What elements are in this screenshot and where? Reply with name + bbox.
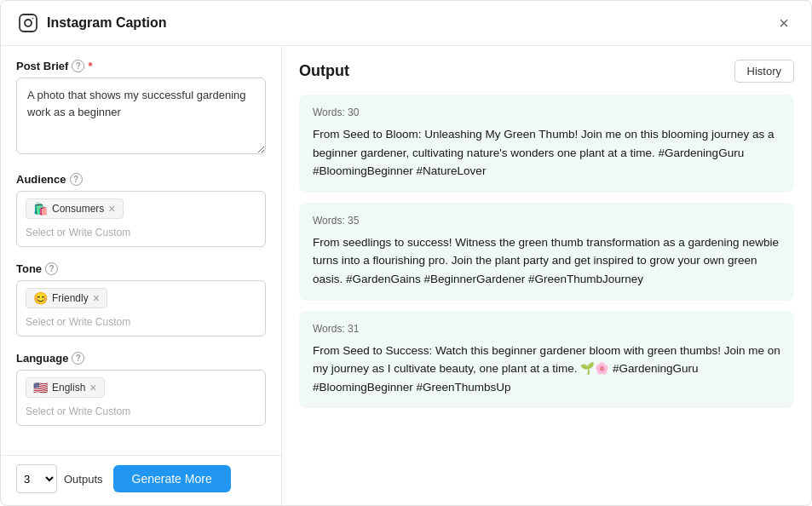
outputs-count-select[interactable]: 1 2 3 4 5 xyxy=(16,464,57,493)
audience-input-box[interactable]: 🛍️ Consumers × Select or Write Custom xyxy=(16,191,266,247)
consumers-tag: 🛍️ Consumers × xyxy=(26,198,124,219)
audience-help-icon[interactable]: ? xyxy=(70,173,83,186)
audience-label: Audience ? xyxy=(16,173,266,186)
consumers-tag-emoji: 🛍️ xyxy=(33,202,48,216)
friendly-tag-emoji: 😊 xyxy=(33,291,48,305)
language-tag-row: 🇺🇸 English × xyxy=(26,377,256,398)
tone-placeholder: Select or Write Custom xyxy=(26,316,130,328)
audience-placeholder: Select or Write Custom xyxy=(26,227,130,239)
output-text-2: From seedlings to success! Witness the g… xyxy=(313,233,780,289)
language-placeholder: Select or Write Custom xyxy=(26,405,130,417)
word-count-1: Words: 30 xyxy=(313,106,780,118)
header: Instagram Caption × xyxy=(1,1,811,46)
outputs-selector: 1 2 3 4 5 Outputs xyxy=(16,464,103,493)
right-panel: Output History Words: 30 From Seed to Bl… xyxy=(282,46,811,505)
bottom-bar: 1 2 3 4 5 Outputs Generate More xyxy=(1,455,281,502)
tone-group: Tone ? 😊 Friendly × Select or Write Cust… xyxy=(16,262,266,336)
friendly-tag-remove[interactable]: × xyxy=(93,292,100,304)
consumers-tag-label: Consumers xyxy=(52,203,104,215)
post-brief-input[interactable] xyxy=(16,78,266,154)
post-brief-help-icon[interactable]: ? xyxy=(72,60,84,72)
output-card-1: Words: 30 From Seed to Bloom: Unleashing… xyxy=(299,95,794,193)
output-card-2: Words: 35 From seedlings to success! Wit… xyxy=(299,203,794,301)
generate-more-button[interactable]: Generate More xyxy=(113,465,231,492)
outputs-label: Outputs xyxy=(64,473,103,486)
instagram-icon xyxy=(18,13,38,33)
word-count-3: Words: 31 xyxy=(313,323,780,335)
page-title: Instagram Caption xyxy=(47,15,166,31)
left-column: Post Brief ? * Audience ? 🛍️ Consumers xyxy=(1,46,282,505)
friendly-tag: 😊 Friendly × xyxy=(26,288,107,308)
audience-tag-row: 🛍️ Consumers × xyxy=(26,198,256,219)
language-group: Language ? 🇺🇸 English × Select or Write … xyxy=(16,352,266,426)
post-brief-group: Post Brief ? * xyxy=(16,60,266,158)
output-text-1: From Seed to Bloom: Unleashing My Green … xyxy=(313,125,780,181)
post-brief-label: Post Brief ? * xyxy=(16,60,266,72)
tone-tag-row: 😊 Friendly × xyxy=(26,288,256,308)
svg-rect-0 xyxy=(20,14,37,32)
tone-input-box[interactable]: 😊 Friendly × Select or Write Custom xyxy=(16,280,266,336)
friendly-tag-label: Friendly xyxy=(52,292,89,304)
english-tag-label: English xyxy=(52,382,85,394)
language-label: Language ? xyxy=(16,352,266,365)
tone-help-icon[interactable]: ? xyxy=(45,262,58,275)
audience-group: Audience ? 🛍️ Consumers × Select or Writ… xyxy=(16,173,266,247)
output-header: Output History xyxy=(299,60,794,83)
svg-point-2 xyxy=(32,18,34,20)
required-indicator: * xyxy=(88,60,92,72)
english-tag: 🇺🇸 English × xyxy=(26,377,105,398)
word-count-2: Words: 35 xyxy=(313,215,780,227)
english-tag-remove[interactable]: × xyxy=(89,382,96,394)
output-text-3: From Seed to Success: Watch this beginne… xyxy=(313,342,780,397)
output-card-3: Words: 31 From Seed to Success: Watch th… xyxy=(299,311,794,409)
left-panel: Post Brief ? * Audience ? 🛍️ Consumers xyxy=(1,46,282,455)
output-title: Output xyxy=(299,62,349,80)
history-button[interactable]: History xyxy=(734,60,794,83)
language-input-box[interactable]: 🇺🇸 English × Select or Write Custom xyxy=(16,370,266,426)
english-tag-emoji: 🇺🇸 xyxy=(33,381,48,394)
language-help-icon[interactable]: ? xyxy=(72,352,84,365)
consumers-tag-remove[interactable]: × xyxy=(108,203,115,215)
close-button[interactable]: × xyxy=(774,13,794,33)
tone-label: Tone ? xyxy=(16,262,266,275)
main-content: Post Brief ? * Audience ? 🛍️ Consumers xyxy=(1,46,811,505)
svg-point-1 xyxy=(25,20,32,26)
header-left: Instagram Caption xyxy=(18,13,166,33)
